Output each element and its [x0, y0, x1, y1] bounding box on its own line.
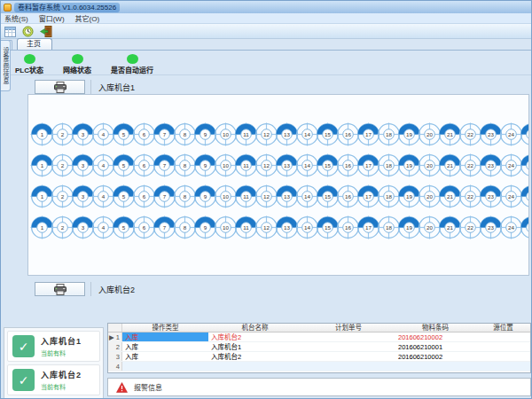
slot-3-9[interactable]: 9: [195, 184, 215, 209]
slot-1-2[interactable]: 2: [52, 122, 73, 147]
slot-2-18[interactable]: 18: [379, 153, 399, 178]
slot-1-15[interactable]: 15: [317, 122, 338, 147]
slot-2-25[interactable]: 25: [521, 153, 529, 178]
slot-4-9[interactable]: 9: [195, 215, 215, 240]
slot-2-6[interactable]: 6: [134, 153, 154, 178]
slot-2-11[interactable]: 11: [236, 153, 256, 178]
column-header-2[interactable]: 计划单号: [301, 324, 395, 332]
operations-table[interactable]: 操作类型机台名称计划单号物料条码源位置▶ 1入库入库机台220160621000…: [107, 323, 531, 373]
column-header-3[interactable]: 物料条码: [395, 324, 475, 332]
slot-3-10[interactable]: 10: [215, 184, 236, 209]
cell-r2-c2[interactable]: [301, 342, 395, 351]
slot-2-20[interactable]: 20: [419, 153, 440, 178]
cell-r4-c0[interactable]: [122, 362, 208, 371]
slot-2-21[interactable]: 21: [440, 153, 460, 178]
slot-1-3[interactable]: 3: [73, 122, 93, 147]
slot-2-3[interactable]: 3: [73, 153, 93, 178]
slot-4-1[interactable]: 1: [32, 215, 52, 240]
exit-icon[interactable]: [39, 25, 52, 37]
slot-3-16[interactable]: 16: [338, 184, 358, 209]
cell-r1-c3[interactable]: 201606210002: [395, 332, 475, 341]
slot-2-4[interactable]: 4: [93, 153, 113, 178]
cell-r3-c1[interactable]: 入库机台2: [208, 352, 301, 361]
slot-4-23[interactable]: 23: [481, 215, 501, 240]
slot-1-5[interactable]: 5: [113, 122, 134, 147]
cell-r4-c3[interactable]: [395, 362, 475, 371]
menu-item-0[interactable]: 系统(S): [4, 13, 28, 23]
slot-4-12[interactable]: 12: [256, 215, 277, 240]
slot-4-19[interactable]: 19: [399, 215, 419, 240]
table-row-2[interactable]: 2入库入库机台1201606210001: [108, 342, 530, 352]
slot-4-14[interactable]: 14: [297, 215, 317, 240]
slot-1-7[interactable]: 7: [154, 122, 175, 147]
slot-4-17[interactable]: 17: [358, 215, 379, 240]
table-row-3[interactable]: 3入库入库机台2201606210002: [108, 352, 530, 362]
slot-3-3[interactable]: 3: [73, 184, 93, 209]
print-station2-button[interactable]: [35, 282, 85, 296]
slot-2-17[interactable]: 17: [358, 153, 379, 178]
slot-1-10[interactable]: 10: [215, 122, 236, 147]
cell-r3-c4[interactable]: [475, 352, 531, 361]
slot-1-1[interactable]: 1: [32, 122, 52, 147]
slot-4-7[interactable]: 7: [154, 215, 175, 240]
slot-4-22[interactable]: 22: [460, 215, 481, 240]
column-header-4[interactable]: 源位置: [475, 324, 531, 332]
slot-3-15[interactable]: 15: [317, 184, 338, 209]
slot-2-7[interactable]: 7: [154, 153, 175, 178]
slot-2-8[interactable]: 8: [175, 153, 195, 178]
column-header-1[interactable]: 机台名称: [208, 324, 301, 332]
slot-4-6[interactable]: 6: [134, 215, 154, 240]
slot-4-8[interactable]: 8: [175, 215, 195, 240]
cell-r2-c1[interactable]: 入库机台1: [208, 342, 301, 351]
slot-1-9[interactable]: 9: [195, 122, 215, 147]
slot-1-17[interactable]: 17: [358, 122, 379, 147]
slot-3-2[interactable]: 2: [52, 184, 73, 209]
slot-1-20[interactable]: 20: [419, 122, 440, 147]
slot-3-21[interactable]: 21: [440, 184, 460, 209]
slot-4-20[interactable]: 20: [419, 215, 440, 240]
slot-3-18[interactable]: 18: [379, 184, 399, 209]
slot-2-1[interactable]: 1: [32, 153, 52, 178]
slot-3-12[interactable]: 12: [256, 184, 277, 209]
slot-3-8[interactable]: 8: [175, 184, 195, 209]
slot-1-12[interactable]: 12: [256, 122, 277, 147]
cell-r3-c2[interactable]: [301, 352, 395, 361]
clock-icon[interactable]: [21, 25, 35, 37]
slot-1-19[interactable]: 19: [399, 122, 419, 147]
slot-1-21[interactable]: 21: [440, 122, 460, 147]
slot-3-19[interactable]: 19: [399, 184, 419, 209]
side-panel-tab[interactable]: 设备监控信息: [1, 40, 11, 91]
slot-2-12[interactable]: 12: [256, 153, 277, 178]
slot-4-13[interactable]: 13: [277, 215, 297, 240]
station-status-card-2[interactable]: ✓入库机台2当前有料: [7, 364, 100, 395]
slot-3-1[interactable]: 1: [32, 184, 52, 209]
slot-3-4[interactable]: 4: [93, 184, 113, 209]
cell-r4-c2[interactable]: [301, 362, 395, 371]
slot-2-10[interactable]: 10: [215, 153, 236, 178]
slot-4-3[interactable]: 3: [73, 215, 93, 240]
slot-3-6[interactable]: 6: [134, 184, 154, 209]
title-bar[interactable]: 卷料暂存系统 V1.0.6034.25526: [1, 1, 531, 13]
slot-1-23[interactable]: 23: [481, 122, 501, 147]
cell-r1-c0[interactable]: 入库: [122, 332, 208, 341]
slot-1-6[interactable]: 6: [134, 122, 154, 147]
slot-3-13[interactable]: 13: [277, 184, 297, 209]
slot-3-22[interactable]: 22: [460, 184, 481, 209]
slot-4-5[interactable]: 5: [113, 215, 134, 240]
slot-2-9[interactable]: 9: [195, 153, 215, 178]
slot-2-16[interactable]: 16: [338, 153, 358, 178]
table-row-4[interactable]: 4: [108, 362, 530, 372]
table-row-1[interactable]: ▶ 1入库入库机台2201606210002: [108, 332, 530, 342]
slot-4-25[interactable]: 25: [521, 215, 529, 240]
slot-4-16[interactable]: 16: [338, 215, 358, 240]
cell-r3-c0[interactable]: 入库: [122, 352, 208, 361]
slot-4-18[interactable]: 18: [379, 215, 399, 240]
slot-4-15[interactable]: 15: [317, 215, 338, 240]
slot-1-11[interactable]: 11: [236, 122, 256, 147]
slot-4-10[interactable]: 10: [215, 215, 236, 240]
slot-2-13[interactable]: 13: [277, 153, 297, 178]
tab-home[interactable]: 主页: [17, 38, 52, 50]
slot-3-5[interactable]: 5: [113, 184, 134, 209]
slot-3-7[interactable]: 7: [154, 184, 175, 209]
slot-4-21[interactable]: 21: [440, 215, 460, 240]
